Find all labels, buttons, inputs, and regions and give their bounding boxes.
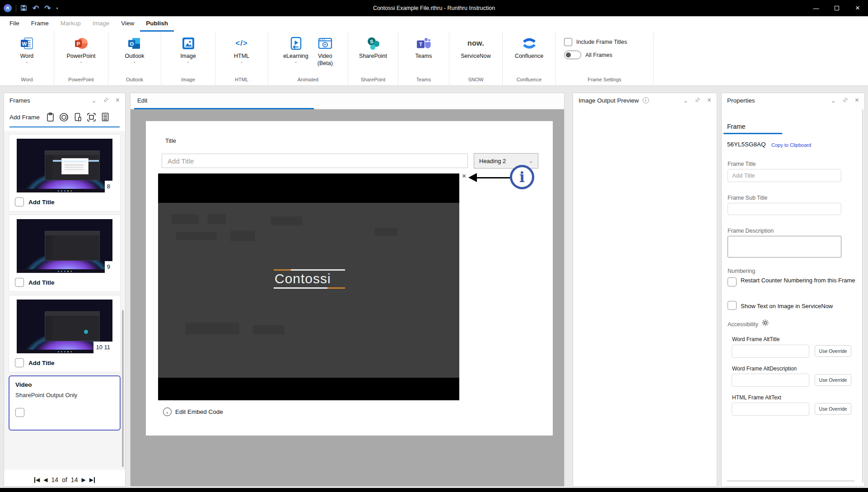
add-frame-clipboard-button[interactable]: [45, 112, 55, 122]
copy-to-clipboard-link[interactable]: Copy to Clipboard: [771, 142, 811, 148]
video-letterbox-top: [158, 173, 459, 203]
collapse-chevron-icon[interactable]: ⌄: [831, 98, 836, 103]
add-frame-record-button[interactable]: [59, 112, 69, 122]
publish-sharepoint-button[interactable]: S SharePoint: [355, 32, 392, 59]
all-frames-toggle[interactable]: [564, 51, 581, 59]
embedded-video-preview[interactable]: Contossi: [158, 173, 459, 400]
publish-elearning-button[interactable]: eLearning ⌄: [279, 32, 313, 64]
frame-card-10-11[interactable]: 10 11 Add Title: [9, 295, 121, 372]
annotation-info-icon[interactable]: i: [510, 165, 534, 189]
ribbon-group-confluence: Confluence Confluence: [503, 32, 556, 85]
video-icon: [317, 35, 333, 52]
edit-canvas: Title Heading 2 ⌄: [131, 109, 564, 486]
collapse-chevron-icon[interactable]: ⌄: [92, 98, 97, 103]
frame-description-textarea[interactable]: [728, 236, 841, 258]
edit-embed-code-button[interactable]: ⌄ Edit Embed Code: [163, 408, 223, 416]
frame-thumbnail: 9: [17, 219, 112, 273]
publish-image-button[interactable]: Image ⌄: [176, 32, 201, 64]
heading-style-dropdown[interactable]: Heading 2 ⌄: [474, 153, 538, 169]
gear-icon[interactable]: [761, 319, 769, 327]
save-icon[interactable]: [20, 5, 27, 12]
frame-description-label: Frame Description: [728, 228, 774, 234]
frames-scrollbar[interactable]: [122, 310, 124, 467]
close-icon[interactable]: ×: [855, 97, 859, 104]
publish-video-button[interactable]: Video (Beta): [313, 32, 337, 66]
word-altdescription-input[interactable]: [732, 374, 809, 387]
menu-file[interactable]: File: [4, 16, 25, 32]
group-label-animated: Animated: [268, 73, 348, 85]
close-button[interactable]: ×: [847, 0, 868, 16]
title-input[interactable]: [162, 154, 468, 168]
menu-bar: File Frame Markup Image View Publish: [0, 16, 868, 32]
frame-title-checkbox[interactable]: [15, 278, 24, 287]
frame-card-8[interactable]: 8 Add Title: [9, 134, 121, 211]
close-icon[interactable]: ×: [116, 97, 120, 104]
frame-title-input[interactable]: [728, 169, 841, 182]
frame-sub-title-input[interactable]: [728, 203, 841, 215]
frames-pagination: ◀ ◀ 14 of 14 ▶ ▶: [4, 476, 125, 483]
show-text-servicenow-checkbox[interactable]: [728, 301, 737, 310]
frames-panel: Frames ⌄ × Add Frame: [4, 93, 126, 487]
previous-frame-button[interactable]: ◀: [43, 477, 47, 483]
brand-name: Contossi: [274, 271, 345, 287]
include-frame-titles-checkbox[interactable]: [564, 38, 572, 46]
title-bar: R ↶ ↷ ▾ Contossi Example File.rthru - Ru…: [0, 0, 868, 16]
publish-confluence-button[interactable]: Confluence: [510, 32, 548, 59]
publish-outlook-button[interactable]: O Outlook ⌄: [120, 32, 149, 64]
word-alttitle-input[interactable]: [732, 345, 809, 358]
publish-teams-button[interactable]: T Teams: [411, 32, 437, 59]
remove-video-button[interactable]: ×: [462, 173, 466, 180]
frame-add-title-label: Add Title: [28, 199, 55, 206]
powerpoint-icon: P: [74, 35, 89, 52]
group-label-word: Word: [0, 73, 54, 85]
redo-icon[interactable]: ↷: [44, 5, 51, 12]
tab-frame[interactable]: Frame: [727, 123, 745, 130]
html-alttext-input[interactable]: [732, 403, 809, 416]
restart-counter-checkbox[interactable]: [728, 277, 737, 286]
word-alttitle-override-button[interactable]: Use Override: [815, 345, 851, 357]
close-icon[interactable]: ×: [707, 97, 711, 104]
publish-word-button[interactable]: W Word ⌄: [15, 32, 39, 64]
pin-icon[interactable]: [695, 97, 700, 103]
add-frame-document-button[interactable]: [100, 112, 110, 122]
frame-title-checkbox[interactable]: [15, 197, 24, 206]
add-frame-capture-button[interactable]: [86, 112, 97, 122]
properties-scrollbar[interactable]: [862, 109, 863, 483]
html-alttext-override-button[interactable]: Use Override: [815, 403, 851, 415]
edit-tab-strip: Edit: [131, 93, 564, 109]
annotation-arrow-line[interactable]: [476, 177, 513, 178]
frame-thumbnail: 8: [17, 139, 112, 192]
frame-card-9[interactable]: 9 Add Title: [9, 215, 121, 292]
frame-title-checkbox[interactable]: [15, 408, 24, 417]
frame-card-video-selected[interactable]: Video SharePoint Output Only: [9, 375, 121, 431]
pin-icon[interactable]: [103, 97, 109, 103]
menu-frame[interactable]: Frame: [25, 16, 55, 32]
last-frame-button[interactable]: ▶: [89, 477, 95, 483]
minimize-button[interactable]: —: [806, 0, 826, 16]
add-frame-device-button[interactable]: [73, 112, 83, 122]
word-alttitle-label: Word Frame AltTitle: [732, 336, 779, 342]
html-alttext-label: HTML Frame AltText: [732, 394, 781, 401]
word-altdescription-override-button[interactable]: Use Override: [815, 374, 851, 386]
ribbon-group-frame-settings: Include Frame Titles All Frames Frame Se…: [556, 32, 653, 85]
publish-html-button[interactable]: </> HTML ⌄: [229, 32, 254, 64]
publish-powerpoint-button[interactable]: P PowerPoint ⌄: [62, 32, 100, 64]
html-code-icon: </>: [235, 35, 248, 52]
frame-title-checkbox[interactable]: [15, 358, 24, 367]
window-title: Contossi Example File.rthru - Runthru In…: [0, 5, 868, 11]
tab-edit[interactable]: Edit: [137, 97, 147, 104]
maximize-button[interactable]: [826, 0, 847, 16]
collapse-chevron-icon[interactable]: ⌄: [683, 98, 688, 103]
undo-icon[interactable]: ↶: [33, 5, 39, 12]
svg-text:S: S: [370, 39, 373, 44]
menu-publish[interactable]: Publish: [140, 16, 174, 32]
publish-servicenow-button[interactable]: now. ServiceNow: [456, 32, 495, 59]
chevron-down-circle-icon: ⌄: [163, 408, 172, 416]
frame-number-badge: 8: [105, 181, 112, 192]
first-frame-button[interactable]: ◀: [34, 477, 40, 483]
pin-icon[interactable]: [843, 97, 848, 103]
next-frame-button[interactable]: ▶: [81, 477, 85, 483]
quick-access-dropdown-icon[interactable]: ▾: [56, 6, 58, 10]
frame-sub-title-label: Frame Sub Title: [728, 195, 767, 201]
menu-view[interactable]: View: [115, 16, 140, 32]
